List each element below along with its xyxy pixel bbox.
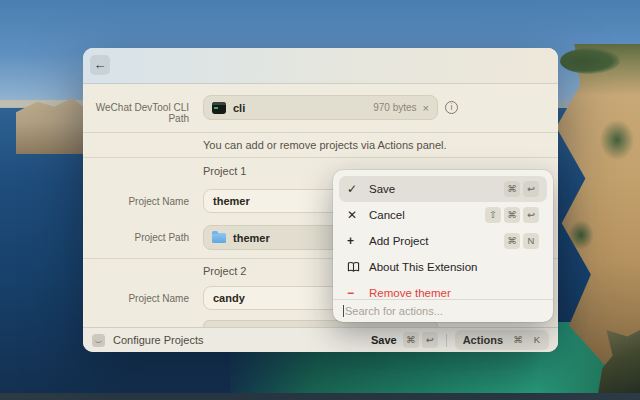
cmd-key: ⌘ <box>504 207 520 223</box>
actions-search-bar <box>333 299 553 322</box>
action-label: Cancel <box>369 209 405 221</box>
check-icon: ✓ <box>347 182 369 196</box>
executable-file-icon <box>212 102 226 114</box>
project2-name-value: candy <box>213 292 245 304</box>
book-icon <box>347 261 369 273</box>
action-label: About This Extension <box>369 261 477 273</box>
text-caret <box>343 305 344 317</box>
close-icon: ✕ <box>347 208 369 222</box>
extension-icon <box>92 334 105 347</box>
action-item-remove-themer[interactable]: − Remove themer <box>339 280 547 298</box>
cli-path-label: WeChat DevTool CLI Path <box>83 102 189 124</box>
project1-path-label: Project Path <box>83 232 189 243</box>
project1-name-label: Project Name <box>83 196 189 207</box>
form-description: You can add or remove projects via Actio… <box>203 139 447 151</box>
back-button[interactable]: ← <box>90 55 110 75</box>
project2-name-label: Project Name <box>83 293 189 304</box>
project1-name-value: themer <box>213 195 250 207</box>
window-header: ← <box>83 48 558 84</box>
wallpaper-vegetation <box>568 220 594 250</box>
cmd-key[interactable]: ⌘ <box>403 332 419 348</box>
return-key: ↩ <box>523 181 539 197</box>
wallpaper-vegetation <box>600 120 634 160</box>
k-key[interactable]: K <box>529 332 545 348</box>
footer-save-button[interactable]: Save <box>371 334 397 346</box>
window-footer: Configure Projects Save ⌘ ↩ Actions ⌘ K <box>83 327 558 352</box>
project2-title: Project 2 <box>203 265 246 277</box>
project1-title: Project 1 <box>203 165 246 177</box>
actions-label: Actions <box>463 334 503 346</box>
action-label: Add Project <box>369 235 428 247</box>
action-item-cancel[interactable]: ✕ Cancel ⇧ ⌘ ↩ <box>339 202 547 228</box>
back-arrow-icon: ← <box>94 57 107 72</box>
command-title: Configure Projects <box>113 334 204 346</box>
action-label: Save <box>369 183 395 195</box>
footer-actions-button[interactable]: Actions ⌘ K <box>455 330 549 350</box>
return-key[interactable]: ↩ <box>422 332 438 348</box>
folder-icon <box>212 233 226 243</box>
remove-file-icon[interactable]: × <box>423 102 429 114</box>
cli-file-size: 970 bytes <box>373 102 416 113</box>
info-icon[interactable]: i <box>445 101 458 114</box>
action-label: Remove themer <box>369 287 451 298</box>
minus-icon: − <box>347 286 369 298</box>
cli-path-file-picker[interactable]: cli 970 bytes × <box>203 95 438 120</box>
cli-file-name: cli <box>233 102 245 114</box>
actions-search-input[interactable] <box>345 305 543 317</box>
divider <box>83 132 558 133</box>
action-item-save[interactable]: ✓ Save ⌘ ↩ <box>339 176 547 202</box>
cmd-key: ⌘ <box>504 181 520 197</box>
action-item-about-extension[interactable]: About This Extension <box>339 254 547 280</box>
cmd-key[interactable]: ⌘ <box>510 332 526 348</box>
wallpaper-vegetation <box>560 48 620 74</box>
actions-list: ✓ Save ⌘ ↩ ✕ Cancel ⇧ ⌘ ↩ + Add Project … <box>333 170 553 298</box>
plus-icon: + <box>347 234 369 248</box>
actions-panel: ✓ Save ⌘ ↩ ✕ Cancel ⇧ ⌘ ↩ + Add Project … <box>333 170 553 322</box>
project1-path-value: themer <box>233 232 270 244</box>
cmd-key: ⌘ <box>504 233 520 249</box>
wallpaper-bottom-edge <box>0 393 640 400</box>
footer-divider <box>446 334 447 347</box>
divider <box>83 157 558 158</box>
return-key: ↩ <box>523 207 539 223</box>
n-key: N <box>523 233 539 249</box>
action-item-add-project[interactable]: + Add Project ⌘ N <box>339 228 547 254</box>
shift-key: ⇧ <box>485 207 501 223</box>
